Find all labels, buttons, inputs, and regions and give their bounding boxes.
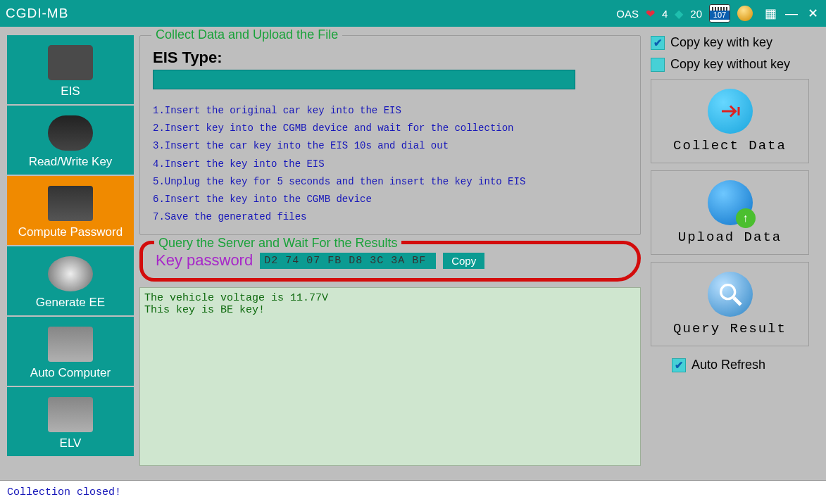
auto-refresh-checkbox[interactable]: Auto Refresh [672,358,765,372]
ecu-icon [48,327,93,362]
elv-icon [48,397,93,432]
auto-refresh-label: Auto Refresh [692,358,765,372]
sidebar-item-elv[interactable]: ELV [7,387,134,456]
medal-icon [737,6,753,21]
checkbox-icon [672,358,686,372]
status-bar: Collection closed! [0,480,826,504]
instruction-line: 3.Insert the car key into the EIS 10s an… [153,137,627,155]
titlebar: CGDI-MB OAS ❤ 4 ◆ 20 107 ▦ — ✕ [0,0,826,27]
eis-type-input[interactable] [153,70,575,89]
magnifier-icon [708,272,753,317]
sidebar-item-generate-ee[interactable]: Generate EE [7,246,134,315]
upload-data-label: Upload Data [678,229,782,245]
diamond-count: 20 [690,8,702,20]
instruction-line: 4.Insert the key into the EIS [153,156,627,173]
chip-icon [48,186,93,221]
eis-icon [48,45,93,80]
calendar-icon: 107 [709,4,730,23]
main-panel: Collect Data and Upload the File EIS Typ… [139,35,641,466]
sidebar-item-label: EIS [61,84,80,99]
query-server-fieldset: Query the Server and Wait For the Result… [139,241,641,282]
copy-without-label: Copy key without key [670,57,790,72]
status-text: Collection closed! [7,486,121,498]
printer-icon [48,256,93,291]
globe-upload-icon: ↑ [708,180,753,225]
upload-data-button[interactable]: ↑ Upload Data [651,170,809,255]
instruction-line: 1.Insert the original car key into the E… [153,102,627,120]
eis-type-label: EIS Type: [153,49,627,67]
checkbox-icon [651,36,665,50]
sidebar-item-eis[interactable]: EIS [7,35,134,104]
heart-icon: ❤ [646,7,655,20]
instruction-line: 2.Insert key into the CGMB device and wa… [153,120,627,137]
copy-with-label: Copy key with key [670,35,772,50]
instruction-line: 7.Save the generated files [153,208,627,226]
sidebar-item-label: Compute Password [18,225,123,239]
copy-with-key-checkbox[interactable]: Copy key with key [651,35,772,50]
settings-icon[interactable]: ▦ [763,6,778,21]
instruction-line: 5.Unplug the key for 5 seconds and then … [153,173,627,191]
log-output[interactable]: The vehicle voltage is 11.77V This key i… [139,287,641,466]
key-password-value[interactable]: D2 74 07 FB D8 3C 3A BF [260,253,436,269]
sidebar-item-compute-password[interactable]: Compute Password [7,176,134,245]
heart-count: 4 [662,8,668,20]
sidebar-item-label: ELV [60,436,82,451]
svg-point-0 [720,285,734,299]
app-title: CGDI-MB [6,6,68,21]
minimize-button[interactable]: — [784,6,799,21]
copy-without-key-checkbox[interactable]: Copy key without key [651,57,790,72]
query-result-label: Query Result [673,321,787,336]
collect-data-label: Collect Data [673,138,787,153]
collect-data-button[interactable]: Collect Data [651,79,809,163]
query-result-button[interactable]: Query Result [651,262,809,346]
sidebar-item-label: Auto Computer [30,366,111,380]
svg-line-1 [734,298,741,305]
sidebar: EIS Read/Write Key Compute Password Gene… [7,35,134,466]
instructions-list: 1.Insert the original car key into the E… [153,102,627,226]
oas-label: OAS [616,8,639,20]
diamond-icon: ◆ [675,7,683,20]
usb-icon [708,89,753,134]
close-button[interactable]: ✕ [805,6,820,21]
query-legend: Query the Server and Wait For the Result… [154,236,401,251]
key-password-label: Key password [156,251,253,270]
copy-button[interactable]: Copy [443,253,484,269]
titlebar-meta: OAS ❤ 4 ◆ 20 107 [616,4,753,23]
instruction-line: 6.Insert the key into the CGMB device [153,191,627,208]
key-icon [48,115,93,151]
collect-data-fieldset: Collect Data and Upload the File EIS Typ… [139,35,641,235]
right-panel: Copy key with key Copy key without key C… [646,35,819,466]
sidebar-item-label: Generate EE [36,296,105,310]
collect-legend: Collect Data and Upload the File [151,27,342,42]
checkbox-icon [651,58,665,72]
sidebar-item-auto-computer[interactable]: Auto Computer [7,317,134,386]
sidebar-item-label: Read/Write Key [29,155,113,169]
sidebar-item-read-write-key[interactable]: Read/Write Key [7,106,134,175]
